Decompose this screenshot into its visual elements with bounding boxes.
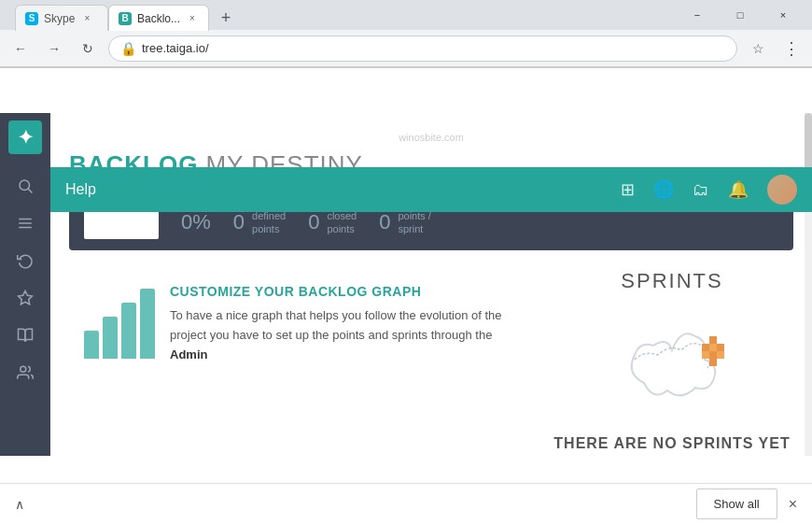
svg-point-0: [20, 180, 30, 191]
close-button[interactable]: ×: [762, 0, 805, 30]
maximize-button[interactable]: □: [719, 0, 762, 30]
top-nav-title: Help: [65, 181, 96, 198]
address-bar[interactable]: 🔒 tree.taiga.io/: [108, 35, 737, 62]
points-sprint-count: 0: [379, 210, 390, 234]
app-logo[interactable]: ✦: [8, 120, 42, 154]
sidebar-book[interactable]: [8, 319, 42, 352]
sidebar-menu[interactable]: [8, 206, 42, 240]
closed-points-label: closedpoints: [327, 209, 357, 236]
sprints-panel: SPRINTS: [551, 269, 793, 456]
backlog-tab-icon: B: [119, 12, 132, 25]
scrollbar[interactable]: [805, 113, 812, 456]
no-sprints-heading: THERE ARE NO SPRINTS YET: [551, 435, 793, 452]
tab-skype-label: Skype: [44, 12, 75, 25]
new-tab-button[interactable]: +: [213, 5, 239, 31]
svg-rect-12: [709, 351, 717, 359]
sidebar: ✦: [0, 113, 50, 456]
tab-skype[interactable]: S Skype ×: [15, 5, 108, 31]
customize-box: CUSTOMIZE YOUR BACKLOG GRAPH To have a n…: [69, 269, 532, 379]
chevron-up-icon[interactable]: ∧: [15, 497, 24, 512]
defined-points-stat: 0 definedpoints: [233, 209, 286, 236]
bar-1: [84, 331, 99, 359]
svg-rect-10: [717, 344, 724, 351]
globe-icon[interactable]: 🌐: [653, 179, 674, 200]
main-content: winosbite.com BACKLOG MY DESTINY 0% 0 de…: [50, 113, 812, 456]
sidebar-bookmarks[interactable]: [8, 281, 42, 315]
stat-percent: 0%: [181, 210, 211, 234]
minimize-button[interactable]: −: [676, 0, 719, 30]
clipboard-icon[interactable]: 🗂: [693, 180, 709, 200]
tab-backlog-close[interactable]: ×: [186, 12, 199, 25]
svg-rect-9: [709, 344, 717, 351]
customize-body: To have a nice graph that helps you foll…: [170, 306, 532, 364]
user-avatar[interactable]: [767, 175, 797, 205]
watermark: winosbite.com: [69, 132, 793, 143]
closed-points-stat: 0 closedpoints: [308, 209, 357, 236]
sidebar-users[interactable]: [8, 356, 42, 389]
customize-heading: CUSTOMIZE YOUR BACKLOG GRAPH: [170, 284, 532, 299]
grid-icon[interactable]: ⊞: [621, 179, 635, 200]
address-text: tree.taiga.io/: [142, 41, 209, 55]
defined-points-count: 0: [233, 210, 245, 234]
admin-text: Admin: [170, 347, 207, 361]
svg-line-1: [28, 189, 32, 192]
no-sprints-svg: [588, 308, 756, 420]
more-menu-button[interactable]: ⋮: [778, 35, 805, 62]
notification-close-button[interactable]: ×: [789, 496, 797, 513]
points-sprint-stat: 0 points /sprint: [379, 209, 431, 236]
svg-point-6: [21, 366, 26, 372]
top-nav: Help ⊞ 🌐 🗂 🔔: [50, 167, 812, 212]
svg-rect-7: [709, 336, 717, 344]
tab-backlog-label: Backlo...: [137, 12, 180, 25]
forward-button[interactable]: →: [41, 35, 67, 62]
bar-3: [121, 303, 136, 359]
sprints-title: SPRINTS: [551, 269, 793, 293]
bell-icon[interactable]: 🔔: [728, 179, 749, 200]
no-sprints-visual: [551, 308, 793, 420]
svg-rect-11: [702, 351, 709, 359]
svg-rect-8: [702, 344, 709, 351]
sidebar-search[interactable]: [8, 169, 42, 203]
closed-points-count: 0: [308, 210, 319, 234]
defined-points-label: definedpoints: [252, 209, 286, 236]
scrollbar-thumb[interactable]: [805, 113, 812, 169]
back-button[interactable]: ←: [7, 35, 34, 62]
skype-icon: S: [25, 12, 38, 25]
chart-visual: [69, 284, 155, 359]
sidebar-history[interactable]: [8, 244, 42, 277]
left-section: CUSTOMIZE YOUR BACKLOG GRAPH To have a n…: [69, 269, 532, 456]
svg-rect-14: [709, 359, 717, 366]
notification-bar: ∧ Show all ×: [0, 483, 812, 524]
bookmark-button[interactable]: ☆: [745, 35, 771, 62]
bar-4: [140, 289, 155, 359]
points-sprint-label: points /sprint: [398, 209, 430, 236]
customize-text: CUSTOMIZE YOUR BACKLOG GRAPH To have a n…: [170, 284, 532, 364]
refresh-button[interactable]: ↻: [75, 35, 101, 62]
tab-skype-close[interactable]: ×: [80, 12, 93, 25]
show-all-button[interactable]: Show all: [696, 489, 777, 519]
svg-marker-5: [19, 291, 33, 304]
svg-rect-13: [717, 351, 724, 359]
tab-backlog[interactable]: B Backlo... ×: [108, 5, 209, 31]
bar-2: [103, 317, 118, 359]
